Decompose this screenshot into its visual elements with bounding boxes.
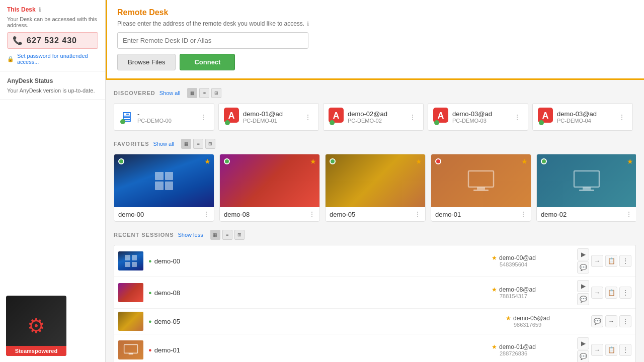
more-icon[interactable]: ⋮ bbox=[520, 210, 527, 218]
connect-btn[interactable]: → bbox=[591, 287, 603, 299]
session-id: 788154317 bbox=[500, 293, 527, 299]
more-icon[interactable]: ⋮ bbox=[512, 112, 523, 122]
session-thumb bbox=[118, 251, 143, 270]
star-icon: ★ bbox=[492, 343, 497, 350]
session-actions: ▶ 💬 → 📋 ⋮ bbox=[577, 337, 631, 362]
fav-footer: demo-08 ⋮ bbox=[220, 207, 319, 221]
play-btn[interactable]: ▶ bbox=[577, 248, 589, 260]
remote-desk-title: Remote Desk bbox=[117, 8, 634, 17]
more-icon[interactable]: ⋮ bbox=[407, 112, 418, 122]
session-row-2[interactable]: ● demo-05 ★ demo-05@ad 986317659 💬 → bbox=[114, 309, 635, 334]
fav-card-2[interactable]: ★ demo-05 ⋮ bbox=[325, 154, 426, 222]
discovered-card-3[interactable]: A demo-03@ad PC-DEMO-03 ⋮ bbox=[428, 103, 528, 131]
fav-list-view-btn[interactable]: ≡ bbox=[193, 139, 203, 149]
fav-detail-view-btn[interactable]: ⊞ bbox=[205, 139, 215, 149]
connect-btn[interactable]: → bbox=[591, 255, 603, 267]
list-view-btn[interactable]: ≡ bbox=[199, 88, 209, 98]
chat-btn[interactable]: 💬 bbox=[577, 261, 589, 274]
status-dot-icon: ● bbox=[148, 318, 152, 324]
disc-info: demo-03@ad PC-DEMO-03 bbox=[452, 110, 508, 124]
chat-btn[interactable]: 💬 bbox=[591, 315, 603, 327]
disc-info: - PC-DEMO-00 bbox=[137, 110, 194, 124]
session-alias: ★ demo-05@ad bbox=[506, 315, 550, 322]
play-btn[interactable]: ▶ bbox=[577, 337, 589, 349]
session-actions: ▶ 💬 → 📋 ⋮ bbox=[577, 248, 631, 274]
session-row-3[interactable]: ● demo-01 ★ demo-01@ad 288726836 ▶ 💬 bbox=[114, 334, 635, 362]
status-dot bbox=[120, 119, 125, 124]
anydesk-status-section: AnyDesk Status Your AnyDesk version is u… bbox=[0, 71, 105, 100]
more-icon[interactable]: ⋮ bbox=[625, 210, 632, 218]
session-actions: 💬 → ⋮ bbox=[591, 315, 631, 327]
scroll-area[interactable]: DISCOVERED Show all ▦ ≡ ⊞ 🖥 - PC-DEMO-00… bbox=[106, 80, 644, 362]
svg-rect-10 bbox=[473, 190, 489, 191]
session-name: ● demo-05 bbox=[148, 318, 501, 325]
main-content: Remote Desk Please enter the address of … bbox=[106, 0, 644, 362]
more-icon[interactable]: ⋮ bbox=[203, 210, 210, 218]
more-btn[interactable]: ⋮ bbox=[619, 255, 631, 267]
file-btn[interactable]: 📋 bbox=[605, 287, 617, 299]
file-btn[interactable]: 📋 bbox=[605, 255, 617, 267]
more-icon[interactable]: ⋮ bbox=[302, 112, 313, 122]
disc-id: PC-DEMO-03 bbox=[452, 118, 508, 124]
fav-card-1[interactable]: ★ demo-08 ⋮ bbox=[219, 154, 320, 222]
file-btn[interactable]: 📋 bbox=[605, 344, 617, 356]
more-icon[interactable]: ⋮ bbox=[616, 112, 627, 122]
discovered-card-4[interactable]: A demo-03@ad PC-DEMO-04 ⋮ bbox=[532, 103, 633, 131]
browse-files-button[interactable]: Browse Files bbox=[117, 54, 176, 70]
discovered-card-1[interactable]: A demo-01@ad PC-DEMO-01 ⋮ bbox=[218, 103, 319, 131]
play-btn[interactable]: ▶ bbox=[577, 280, 589, 292]
more-icon[interactable]: ⋮ bbox=[414, 210, 421, 218]
connect-btn[interactable]: → bbox=[591, 344, 603, 356]
more-icon[interactable]: ⋮ bbox=[198, 112, 209, 122]
set-password-link[interactable]: 🔒 Set password for unattended access... bbox=[7, 53, 98, 65]
session-row-0[interactable]: ● demo-00 ★ demo-00@ad 548395604 ▶ 💬 bbox=[114, 245, 635, 277]
star-icon: ★ bbox=[492, 254, 497, 261]
fav-card-3[interactable]: ★ demo-01 ⋮ bbox=[431, 154, 531, 222]
recent-detail-view-btn[interactable]: ⊞ bbox=[234, 230, 245, 240]
session-play-area: ▶ 💬 bbox=[577, 280, 589, 305]
info-icon[interactable]: ℹ bbox=[39, 7, 41, 13]
this-desk-title: This Desk ℹ bbox=[7, 6, 98, 13]
connect-btn[interactable]: → bbox=[605, 315, 617, 327]
discovered-section-header: DISCOVERED Show all ▦ ≡ ⊞ bbox=[114, 88, 636, 98]
fav-card-4[interactable]: ★ demo-02 ⋮ bbox=[536, 154, 636, 222]
alias-text: demo-00@ad bbox=[499, 254, 536, 261]
detail-view-btn[interactable]: ⊞ bbox=[211, 88, 221, 98]
more-icon[interactable]: ⋮ bbox=[308, 210, 315, 218]
chat-btn[interactable]: 💬 bbox=[577, 293, 589, 305]
status-dot bbox=[330, 158, 336, 164]
fav-thumb: ★ bbox=[114, 154, 214, 207]
grid-view-btn[interactable]: ▦ bbox=[187, 88, 197, 98]
steam-logo[interactable]: ⚙ Steamspowered bbox=[6, 296, 66, 356]
favorites-show-all[interactable]: Show all bbox=[153, 141, 175, 147]
more-btn[interactable]: ⋮ bbox=[619, 287, 631, 299]
alias-text: demo-05@ad bbox=[513, 315, 550, 322]
discovered-card-0[interactable]: 🖥 - PC-DEMO-00 ⋮ bbox=[114, 103, 214, 131]
recent-list-view-btn[interactable]: ≡ bbox=[222, 230, 232, 240]
chat-btn[interactable]: 💬 bbox=[577, 350, 589, 362]
more-btn[interactable]: ⋮ bbox=[619, 315, 631, 327]
more-btn[interactable]: ⋮ bbox=[619, 344, 631, 356]
fav-thumb: ★ bbox=[220, 154, 319, 207]
disc-name: demo-01@ad bbox=[243, 110, 298, 118]
shield-icon: 🔒 bbox=[7, 56, 14, 62]
fav-card-0[interactable]: ★ demo-00 ⋮ bbox=[114, 154, 214, 222]
discovered-card-2[interactable]: A demo-02@ad PC-DEMO-02 ⋮ bbox=[323, 103, 424, 131]
status-dot bbox=[330, 120, 335, 125]
discovered-view-icons: ▦ ≡ ⊞ bbox=[187, 88, 221, 98]
disc-info: demo-02@ad PC-DEMO-02 bbox=[348, 110, 403, 124]
session-row-1[interactable]: ● demo-08 ★ demo-08@ad 788154317 ▶ 💬 bbox=[114, 277, 635, 309]
recent-grid-view-btn[interactable]: ▦ bbox=[210, 230, 220, 240]
connect-button[interactable]: Connect bbox=[180, 54, 235, 70]
fav-grid-view-btn[interactable]: ▦ bbox=[181, 139, 191, 149]
fav-footer: demo-02 ⋮ bbox=[537, 207, 636, 221]
remote-desk-input[interactable] bbox=[117, 32, 308, 49]
session-info: ● demo-05 bbox=[148, 318, 501, 325]
disc-id: PC-DEMO-01 bbox=[243, 118, 298, 124]
status-dot bbox=[539, 120, 544, 125]
svg-rect-12 bbox=[583, 187, 591, 190]
recent-sessions-show-less[interactable]: Show less bbox=[178, 232, 203, 238]
fav-footer: demo-05 ⋮ bbox=[326, 207, 425, 221]
alias-text: demo-08@ad bbox=[499, 286, 536, 293]
discovered-show-all[interactable]: Show all bbox=[159, 90, 181, 96]
